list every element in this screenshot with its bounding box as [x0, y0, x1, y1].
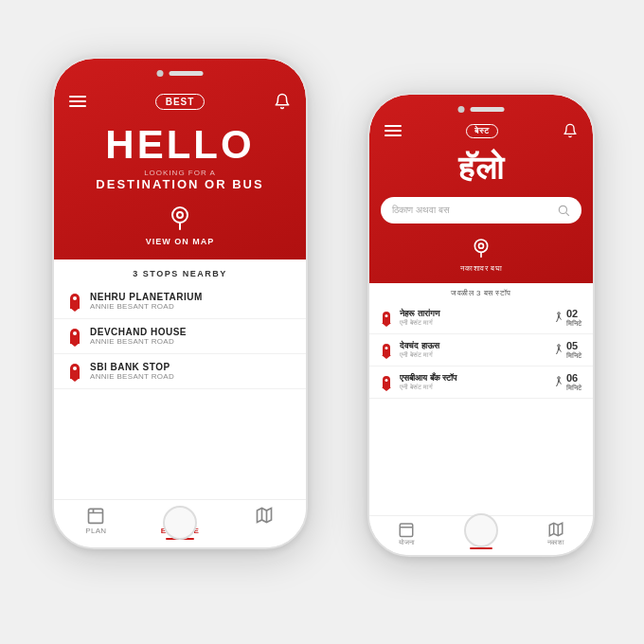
walk-icon-2: [553, 344, 564, 357]
brand-badge-hindi: बेस्ट: [466, 124, 498, 138]
hamburger-icon-hindi[interactable]: [385, 125, 402, 136]
map-nav-icon: [255, 506, 274, 525]
hindi-stops-header: जवळील 3 बस स्टॉप: [369, 283, 593, 302]
home-button-front[interactable]: [464, 513, 498, 547]
hindi-nav-plan-label: योजना: [399, 539, 415, 546]
hindi-nav-map[interactable]: नकाशा: [518, 521, 593, 549]
app-english: BEST HELLO LOOKING FOR A DESTINATION OR …: [54, 59, 306, 547]
phone-back-screen: BEST HELLO LOOKING FOR A DESTINATION OR …: [54, 59, 306, 547]
hindi-hello-title: हॅलो: [369, 144, 593, 191]
speaker-bar-front: [471, 107, 505, 112]
camera-dot: [157, 70, 164, 77]
nav-plan-english[interactable]: PLAN: [54, 506, 138, 540]
hindi-nav-map-label: नकाशा: [547, 539, 564, 546]
svg-marker-7: [257, 509, 271, 523]
bell-icon-english[interactable]: [274, 93, 291, 110]
hindi-walk-1: 02 मिनिटे: [553, 308, 581, 328]
svg-point-14: [558, 312, 561, 314]
hello-section-english: HELLO LOOKING FOR A DESTINATION OR BUS: [54, 116, 306, 199]
stop-name-1-english: NEHRU PLANETARIUM: [90, 292, 291, 302]
top-bar-hindi: बेस्ट: [369, 95, 593, 144]
hello-title-english: HELLO: [54, 125, 306, 165]
svg-marker-21: [549, 523, 563, 536]
stop-sub-1-english: ANNIE BESANT ROAD: [90, 302, 291, 311]
plan-icon: [86, 506, 105, 525]
svg-point-12: [474, 240, 487, 252]
stop-pin-icon-1: [69, 292, 80, 311]
map-pin-icon-hindi: [472, 237, 491, 261]
hello-sub-small-english: LOOKING FOR A: [54, 169, 306, 177]
hindi-walk-num-2: 05: [566, 340, 578, 351]
hindi-map-icon: [547, 521, 564, 538]
hindi-nav-plan[interactable]: योजना: [369, 521, 444, 549]
svg-point-15: [558, 344, 561, 347]
hindi-search-placeholder: ठिकाण अथवा बस: [392, 205, 551, 216]
app-header-english: BEST HELLO LOOKING FOR A DESTINATION OR …: [54, 59, 306, 259]
hindi-stop-sub-2: एनी बेसंट मार्ग: [400, 351, 546, 359]
hello-sub-large-english: DESTINATION OR BUS: [54, 177, 306, 191]
camera-dot-front: [458, 106, 465, 113]
top-bar-english: BEST: [54, 59, 306, 116]
svg-point-16: [558, 376, 561, 379]
hindi-view-map-label: नकाशावर बघा: [460, 264, 502, 274]
brand-badge-english: BEST: [155, 94, 206, 110]
phone-front-notch: [458, 106, 505, 113]
stop-pin-icon-3: [69, 362, 80, 381]
app-header-hindi: बेस्ट हॅलो ठिकाण अथवा बस: [369, 95, 593, 283]
phone-back: BEST HELLO LOOKING FOR A DESTINATION OR …: [52, 57, 308, 549]
hindi-stop-pin-3: [381, 373, 392, 392]
speaker-bar: [170, 71, 204, 76]
hindi-stop-3: एसबीआय बँक स्टॉप एनी बेसंट मार्ग 06 मिनि…: [369, 367, 593, 399]
search-icon-hindi[interactable]: [557, 204, 570, 217]
hindi-walk-3: 06 मिनिटे: [553, 372, 581, 392]
svg-line-11: [566, 213, 569, 216]
hindi-stop-name-1: नेहरू तारांगण: [400, 309, 546, 319]
stop-item-1-english: NEHRU PLANETARIUM ANNIE BESANT ROAD: [54, 284, 306, 319]
view-map-section-english[interactable]: VIEW ON MAP: [54, 199, 306, 259]
svg-point-13: [479, 243, 484, 248]
hindi-stop-1: नेहरू तारांगण एनी बेसंट मार्ग 02 मिनिटे: [369, 302, 593, 334]
hindi-walk-2: 05 मिनिटे: [553, 340, 581, 360]
hindi-stop-pin-2: [381, 341, 392, 360]
svg-point-10: [559, 206, 566, 213]
hindi-view-map[interactable]: नकाशावर बघा: [369, 233, 593, 283]
stop-item-2-english: DEVCHAND HOUSE ANNIE BESANT ROAD: [54, 319, 306, 354]
hindi-stop-sub-1: एनी बेसंट मार्ग: [400, 319, 546, 327]
hindi-walk-unit-2: मिनिटे: [566, 352, 581, 359]
walk-icon-1: [553, 312, 564, 325]
hindi-stop-sub-3: एनी बेसंट मार्ग: [400, 384, 546, 391]
hindi-search-row[interactable]: ठिकाण अथवा बस: [381, 197, 581, 224]
hindi-walk-unit-3: मिनिटे: [566, 385, 581, 391]
hindi-walk-num-3: 06: [566, 372, 578, 384]
nav-plan-label-english: PLAN: [85, 527, 106, 535]
bell-icon-hindi[interactable]: [563, 123, 578, 138]
hindi-stop-name-2: देवचंद हाऊस: [400, 341, 546, 351]
hindi-nav-underline: [470, 547, 492, 549]
stop-sub-3-english: ANNIE BESANT ROAD: [90, 372, 291, 381]
view-map-label-english: VIEW ON MAP: [146, 237, 215, 246]
stop-sub-2-english: ANNIE BESANT ROAD: [90, 337, 291, 346]
svg-rect-2: [89, 509, 103, 523]
hamburger-icon[interactable]: [69, 96, 86, 107]
stop-name-2-english: DEVCHAND HOUSE: [90, 327, 291, 337]
app-body-english: 3 STOPS NEARBY NEHRU PLANETARIUM ANNIE B…: [54, 259, 306, 547]
svg-point-0: [172, 207, 188, 223]
nav-third-english[interactable]: [222, 506, 306, 540]
phone-front: बेस्ट हॅलो ठिकाण अथवा बस: [367, 93, 595, 557]
stop-item-3-english: SBI BANK STOP ANNIE BESANT ROAD: [54, 354, 306, 389]
phone-front-screen: बेस्ट हॅलो ठिकाण अथवा बस: [369, 95, 593, 555]
svg-point-1: [177, 212, 183, 218]
map-pin-icon: [169, 205, 191, 233]
hindi-stop-pin-1: [381, 309, 392, 328]
stop-pin-icon-2: [69, 327, 80, 346]
scene: BEST HELLO LOOKING FOR A DESTINATION OR …: [0, 0, 644, 644]
stop-name-3-english: SBI BANK STOP: [90, 362, 291, 372]
hindi-stop-name-3: एसबीआय बँक स्टॉप: [400, 373, 546, 384]
home-button-back[interactable]: [163, 506, 197, 540]
app-hindi: बेस्ट हॅलो ठिकाण अथवा बस: [369, 95, 593, 555]
hindi-walk-unit-1: मिनिटे: [566, 320, 581, 327]
phone-back-notch: [157, 70, 204, 77]
hindi-plan-icon: [398, 521, 415, 538]
walk-icon-3: [553, 376, 564, 389]
svg-rect-17: [401, 524, 414, 537]
